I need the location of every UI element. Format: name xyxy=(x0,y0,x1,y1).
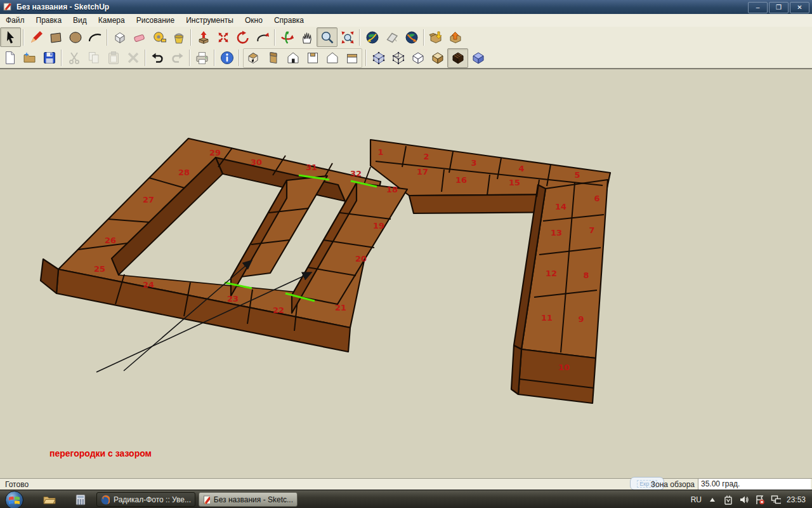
quicklaunch-calculator-icon[interactable] xyxy=(74,493,87,506)
brick-model: 1234567891011121314151617181920212223242… xyxy=(0,69,812,479)
new-button[interactable] xyxy=(0,49,20,67)
language-indicator[interactable]: RU xyxy=(691,495,702,504)
menu-window[interactable]: Окно xyxy=(239,15,268,26)
paint-bucket-tool-button[interactable] xyxy=(169,28,188,46)
system-tray: RU 23:53 xyxy=(691,490,812,508)
wireframe-style-button[interactable] xyxy=(388,49,408,67)
rectangle-tool-button[interactable] xyxy=(46,28,65,46)
save-button[interactable] xyxy=(39,49,59,67)
fov-label: Зона обзора xyxy=(651,480,695,489)
removable-device-icon[interactable] xyxy=(723,495,733,505)
view-right-button[interactable] xyxy=(303,49,322,67)
menu-camera[interactable]: Камера xyxy=(93,15,131,26)
maximize-button[interactable]: ❐ xyxy=(769,2,789,13)
menu-file[interactable]: Файл xyxy=(0,15,30,26)
view-left-button[interactable] xyxy=(342,49,362,67)
zoom-extents-button[interactable] xyxy=(337,28,357,46)
brick-number: 1 xyxy=(377,147,383,157)
view-top-button[interactable] xyxy=(263,49,283,67)
action-center-flag-icon[interactable] xyxy=(755,495,765,505)
view-front-button[interactable] xyxy=(283,49,303,67)
menu-help[interactable]: Справка xyxy=(268,15,310,26)
arc-tool-button[interactable] xyxy=(85,28,105,46)
shaded-style-button[interactable] xyxy=(428,49,447,67)
brick-number: 3 xyxy=(471,158,476,168)
section-plane-button[interactable] xyxy=(382,28,402,46)
menu-tools[interactable]: Инструменты xyxy=(180,15,239,26)
fov-value-field[interactable]: 35.00 град. xyxy=(698,479,811,490)
brick-number: 24 xyxy=(143,280,154,290)
model-viewport[interactable]: 1234567891011121314151617181920212223242… xyxy=(0,69,812,479)
follow-me-tool-button[interactable] xyxy=(252,28,272,46)
brick-number: 4 xyxy=(518,164,524,173)
brick-number: 2 xyxy=(423,152,429,161)
cut-button[interactable] xyxy=(64,49,84,67)
menu-view[interactable]: Вид xyxy=(67,15,93,26)
close-button[interactable]: ✕ xyxy=(790,2,809,13)
polygon-box-tool-button[interactable] xyxy=(110,28,129,46)
erase-button[interactable] xyxy=(123,49,143,67)
view-iso-button[interactable] xyxy=(244,49,263,67)
rotate-tool-button[interactable] xyxy=(233,28,252,46)
monochrome-style-button[interactable] xyxy=(468,49,488,67)
share-model-button[interactable] xyxy=(446,28,466,46)
brick-number: 21 xyxy=(335,303,346,312)
next-view-button[interactable] xyxy=(402,28,421,46)
move-tool-button[interactable] xyxy=(213,28,233,46)
brick-number: 11 xyxy=(541,313,553,323)
brick-number: 22 xyxy=(273,305,284,315)
copy-button[interactable] xyxy=(84,49,103,67)
brick-number: 6 xyxy=(594,194,599,203)
brick-number: 8 xyxy=(583,271,589,280)
get-models-button[interactable] xyxy=(426,28,446,46)
shaded-textures-style-button[interactable] xyxy=(447,48,468,68)
brick-number: 30 xyxy=(251,157,262,167)
volume-icon[interactable] xyxy=(739,495,749,505)
show-hidden-icons[interactable] xyxy=(707,495,717,505)
hidden-line-style-button[interactable] xyxy=(408,49,428,67)
start-button[interactable] xyxy=(5,491,23,508)
orbit-tool-button[interactable] xyxy=(277,28,297,46)
brick-number: 17 xyxy=(417,167,428,177)
brick-number: 27 xyxy=(143,195,154,204)
circle-tool-button[interactable] xyxy=(65,28,85,46)
minimize-button[interactable]: – xyxy=(748,2,768,13)
print-button[interactable] xyxy=(192,49,212,67)
pan-tool-button[interactable] xyxy=(297,28,317,46)
window-title: Без названия - SketchUp xyxy=(16,3,109,11)
push-pull-tool-button[interactable] xyxy=(193,28,213,46)
tools-toolbar xyxy=(0,27,812,48)
redo-button[interactable] xyxy=(167,49,187,67)
undo-button[interactable] xyxy=(148,49,167,67)
brick-number: 28 xyxy=(178,168,190,177)
taskbar: Радикал-Фото :: Уве... Без названия - Sk… xyxy=(0,490,812,508)
taskbar-task-radikal[interactable]: Радикал-Фото :: Уве... xyxy=(96,492,195,507)
sketchup-icon xyxy=(203,495,210,505)
paste-button[interactable] xyxy=(103,49,123,67)
menu-edit[interactable]: Правка xyxy=(30,15,68,26)
tape-measure-tool-button[interactable] xyxy=(149,28,169,46)
xray-style-button[interactable] xyxy=(369,49,388,67)
brick-number: 32 xyxy=(350,169,362,178)
model-info-button[interactable] xyxy=(217,49,237,67)
status-message: Готово xyxy=(5,480,29,489)
clock[interactable]: 23:53 xyxy=(787,495,806,504)
view-back-button[interactable] xyxy=(322,49,342,67)
quicklaunch-folder-icon[interactable] xyxy=(43,493,56,506)
line-tool-button[interactable] xyxy=(26,28,46,46)
zoom-tool-button[interactable] xyxy=(317,27,337,47)
previous-view-button[interactable] xyxy=(362,28,382,46)
menu-draw[interactable]: Рисование xyxy=(131,15,180,26)
taskbar-task-sketchup[interactable]: Без названия - Sketc... xyxy=(199,492,298,507)
network-icon[interactable] xyxy=(771,495,781,505)
select-tool-button[interactable] xyxy=(0,27,21,47)
menu-bar: Файл Правка Вид Камера Рисование Инструм… xyxy=(0,14,812,27)
title-bar: Без названия - SketchUp – ❐ ✕ xyxy=(0,0,812,14)
brick-number: 16 xyxy=(455,175,467,185)
brick-number: 26 xyxy=(105,236,116,245)
eraser-tool-button[interactable] xyxy=(129,28,149,46)
brick-number: 9 xyxy=(578,314,584,324)
firefox-icon xyxy=(101,495,110,505)
brick-number: 12 xyxy=(546,269,557,278)
open-button[interactable] xyxy=(20,49,39,67)
